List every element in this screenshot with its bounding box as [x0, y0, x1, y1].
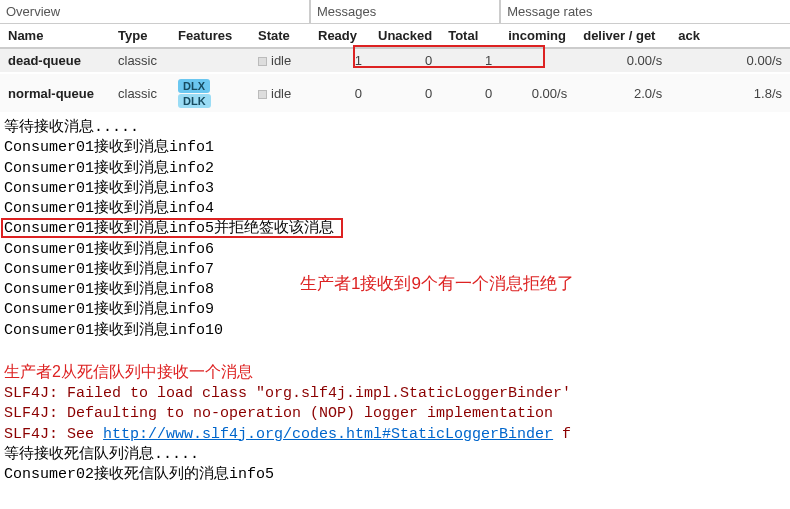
log-line: Consumer01接收到消息info1 — [4, 139, 214, 156]
col-ack[interactable]: ack — [670, 24, 790, 49]
log-line: Consumer01接收到消息info2 — [4, 160, 214, 177]
queue-total: 1 — [440, 48, 500, 73]
log-line: Consumer01接收到消息info9 — [4, 301, 214, 318]
log-line: Consumer02接收死信队列的消息info5 — [4, 466, 274, 483]
feature-tag-dlx: DLX — [178, 79, 210, 93]
queue-features: DLXDLK — [170, 73, 250, 113]
queue-name-link[interactable]: dead-queue — [0, 48, 110, 73]
queue-incoming: 0.00/s — [500, 73, 575, 113]
log-line: Consumer01接收到消息info8 — [4, 281, 214, 298]
queue-ready: 0 — [310, 73, 370, 113]
queue-state: idle — [250, 73, 310, 113]
slf4j-link[interactable]: http://www.slf4j.org/codes.html#StaticLo… — [103, 426, 553, 443]
queue-ack: 1.8/s — [670, 73, 790, 113]
state-idle-icon — [258, 90, 267, 99]
state-idle-icon — [258, 57, 267, 66]
log-line: 等待接收消息..... — [4, 119, 139, 136]
queue-deliverget: 2.0/s — [575, 73, 670, 113]
queue-unacked: 0 — [370, 48, 440, 73]
queue-total: 0 — [440, 73, 500, 113]
section-messages: Messages — [310, 0, 500, 24]
log-line: Consumer01接收到消息info5并拒绝签收该消息 — [4, 220, 334, 237]
column-header-row: Name Type Features State Ready Unacked T… — [0, 24, 790, 49]
queue-type: classic — [110, 48, 170, 73]
console-output-1: 等待接收消息..... Consumer01接收到消息info1 Consume… — [0, 114, 790, 345]
queue-state: idle — [250, 48, 310, 73]
slf4j-line: SLF4J: Defaulting to no-operation (NOP) … — [4, 405, 553, 422]
col-incoming[interactable]: incoming — [500, 24, 575, 49]
col-total[interactable]: Total — [440, 24, 500, 49]
slf4j-line: SLF4J: Failed to load class "org.slf4j.i… — [4, 385, 571, 402]
col-features[interactable]: Features — [170, 24, 250, 49]
console-output-2: 生产者2从死信队列中接收一个消息 SLF4J: Failed to load c… — [0, 357, 790, 490]
col-state[interactable]: State — [250, 24, 310, 49]
log-line: Consumer01接收到消息info4 — [4, 200, 214, 217]
queue-deliverget: 0.00/s — [575, 48, 670, 73]
log-line: Consumer01接收到消息info10 — [4, 322, 223, 339]
col-unacked[interactable]: Unacked — [370, 24, 440, 49]
log-line: 等待接收死信队列消息..... — [4, 446, 199, 463]
table-row: normal-queue classic DLXDLK idle 0 0 0 0… — [0, 73, 790, 113]
queue-ack: 0.00/s — [670, 48, 790, 73]
col-name[interactable]: Name — [0, 24, 110, 49]
col-type[interactable]: Type — [110, 24, 170, 49]
feature-tag-dlk: DLK — [178, 94, 211, 108]
col-deliverget[interactable]: deliver / get — [575, 24, 670, 49]
queues-table-wrap: Overview Messages Message rates Name Typ… — [0, 0, 790, 114]
section-overview: Overview — [0, 0, 310, 24]
console-1-wrap: 等待接收消息..... Consumer01接收到消息info1 Consume… — [0, 114, 790, 345]
col-ready[interactable]: Ready — [310, 24, 370, 49]
section-header-row: Overview Messages Message rates — [0, 0, 790, 24]
queue-ready: 1 — [310, 48, 370, 73]
log-line: Consumer01接收到消息info6 — [4, 241, 214, 258]
annotation-text-2: 生产者2从死信队列中接收一个消息 — [4, 363, 253, 380]
queue-name-link[interactable]: normal-queue — [0, 73, 110, 113]
queue-incoming — [500, 48, 575, 73]
slf4j-line: SLF4J: See http://www.slf4j.org/codes.ht… — [4, 426, 571, 443]
queue-features — [170, 48, 250, 73]
queue-type: classic — [110, 73, 170, 113]
log-line: Consumer01接收到消息info3 — [4, 180, 214, 197]
log-line: Consumer01接收到消息info7 — [4, 261, 214, 278]
queues-table: Overview Messages Message rates Name Typ… — [0, 0, 790, 114]
table-row: dead-queue classic idle 1 0 1 0.00/s 0.0… — [0, 48, 790, 73]
queue-unacked: 0 — [370, 73, 440, 113]
annotation-text-1: 生产者1接收到9个有一个消息拒绝了 — [300, 272, 574, 295]
section-rates: Message rates — [500, 0, 790, 24]
